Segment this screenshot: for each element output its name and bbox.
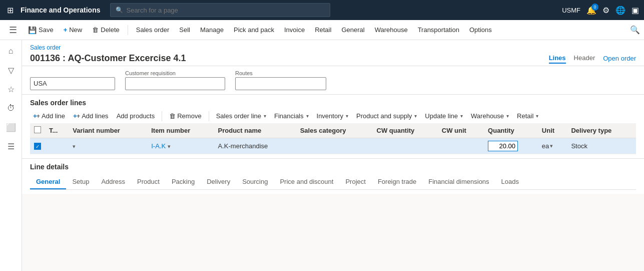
page-title: 001136 : AQ-Customer Excercise 4.1: [30, 53, 186, 64]
search-icon: 🔍: [116, 7, 123, 14]
new-button[interactable]: + New: [60, 24, 87, 36]
sidebar-list-icon[interactable]: ☰: [2, 137, 20, 155]
col-product-name: Product name: [214, 123, 296, 138]
quantity-input[interactable]: [488, 141, 518, 151]
page-header: Sales order 001136 : AQ-Customer Excerci…: [22, 40, 644, 66]
plus-icon: +: [64, 26, 68, 34]
breadcrumb[interactable]: Sales order: [30, 44, 636, 51]
search-cmd-icon[interactable]: 🔍: [630, 25, 640, 35]
tab-header[interactable]: Header: [574, 53, 595, 64]
detail-tab-sourcing[interactable]: Sourcing: [236, 175, 274, 189]
row-item-number[interactable]: I-A.K ▾: [147, 138, 214, 154]
pick-and-pack-button[interactable]: Pick and pack: [230, 24, 278, 36]
detail-tab-product[interactable]: Product: [131, 175, 166, 189]
sidebar-workspace-icon[interactable]: ⬜: [2, 118, 20, 136]
row-checkbox[interactable]: ✓: [34, 143, 41, 150]
sales-order-line-button[interactable]: Sales order line: [213, 111, 269, 121]
detail-tab-setup[interactable]: Setup: [66, 175, 95, 189]
item-number-link[interactable]: I-A.K: [151, 142, 166, 150]
sol-title: Sales order lines: [30, 99, 636, 107]
warehouse-grid-button[interactable]: Warehouse: [468, 111, 512, 121]
detail-tab-project[interactable]: Project: [339, 175, 371, 189]
save-button[interactable]: 💾 Save: [24, 24, 58, 36]
item-number-dropdown-icon[interactable]: ▾: [168, 143, 171, 149]
table-row[interactable]: ✓ ▾ I-A.K ▾ A.K-merchandise: [30, 138, 636, 154]
col-t: T...: [45, 123, 69, 138]
grid-toolbar: + + Add line + + Add lines Add products …: [30, 111, 636, 121]
detail-tab-delivery[interactable]: Delivery: [201, 175, 236, 189]
financials-button[interactable]: Financials: [271, 111, 312, 121]
add-products-button[interactable]: Add products: [114, 111, 158, 121]
retail-grid-button[interactable]: Retail: [514, 111, 541, 121]
sales-order-table: T... Variant number Item number Product …: [30, 123, 636, 154]
main-content: Sales order 001136 : AQ-Customer Excerci…: [22, 40, 644, 271]
routes-label: Routes: [235, 70, 326, 76]
app-grid-icon[interactable]: ⊞: [5, 4, 16, 17]
sidebar: ⌂ ▽ ☆ ⏱ ⬜ ☰: [0, 40, 22, 271]
detail-tab-general[interactable]: General: [30, 175, 66, 189]
table-body: ✓ ▾ I-A.K ▾ A.K-merchandise: [30, 138, 636, 154]
tab-lines[interactable]: Lines: [549, 53, 566, 64]
open-order-button[interactable]: Open order: [603, 55, 636, 62]
top-nav: ⊞ Finance and Operations 🔍 USMF 🔔 0 ⚙ 🌐 …: [0, 0, 644, 20]
search-input[interactable]: [126, 7, 325, 14]
separator1: [128, 25, 128, 35]
warehouse-button[interactable]: Warehouse: [371, 24, 412, 36]
unit-dropdown-icon[interactable]: ▾: [550, 143, 553, 149]
select-all-checkbox[interactable]: [34, 126, 41, 133]
sidebar-star-icon[interactable]: ☆: [2, 80, 20, 98]
remove-button[interactable]: 🗑 Remove: [166, 111, 204, 121]
detail-tab-foreign-trade[interactable]: Foreign trade: [372, 175, 422, 189]
col-cw-unit: CW unit: [438, 123, 484, 138]
settings-icon[interactable]: ⚙: [602, 6, 609, 15]
detail-tabs: General Setup Address Product Packing De…: [30, 175, 636, 190]
detail-tab-packing[interactable]: Packing: [166, 175, 201, 189]
detail-tab-loads[interactable]: Loads: [495, 175, 525, 189]
detail-tab-financial-dimensions[interactable]: Financial dimensions: [422, 175, 495, 189]
routes-field: Routes: [235, 70, 326, 90]
globe-icon[interactable]: 🌐: [615, 6, 625, 15]
detail-tab-price-discount[interactable]: Price and discount: [274, 175, 339, 189]
row-variant-number: ▾: [69, 138, 147, 154]
save-icon: 💾: [28, 26, 37, 34]
sidebar-home-icon[interactable]: ⌂: [2, 42, 20, 60]
add-line-button[interactable]: + + Add line: [30, 111, 68, 121]
transportation-button[interactable]: Transportation: [414, 24, 463, 36]
page-actions: Lines Header Open order: [549, 53, 636, 64]
delete-button[interactable]: 🗑 Delete: [88, 24, 124, 36]
invoice-button[interactable]: Invoice: [280, 24, 309, 36]
sales-order-button[interactable]: Sales order: [132, 24, 173, 36]
row-quantity[interactable]: [484, 138, 538, 154]
manage-button[interactable]: Manage: [196, 24, 228, 36]
country-input[interactable]: USA: [30, 77, 115, 90]
customer-requisition-field: Customer requisition: [125, 70, 225, 90]
delivery-type-value: Stock: [571, 142, 587, 150]
update-line-button[interactable]: Update line: [422, 111, 466, 121]
options-button[interactable]: Options: [465, 24, 496, 36]
customer-requisition-input[interactable]: [125, 77, 225, 90]
col-sales-category: Sales category: [296, 123, 373, 138]
inventory-button[interactable]: Inventory: [314, 111, 351, 121]
unit-value: ea: [542, 142, 549, 150]
sell-button[interactable]: Sell: [175, 24, 194, 36]
product-and-supply-button[interactable]: Product and supply: [353, 111, 420, 121]
bell-icon[interactable]: 🔔 0: [586, 6, 596, 15]
add-lines-button[interactable]: + + Add lines: [70, 111, 112, 121]
row-product-name: A.K-merchandise: [214, 138, 296, 154]
line-details-section: Line details General Setup Address Produ…: [22, 158, 644, 194]
col-cw-quantity: CW quantity: [373, 123, 438, 138]
main-layout: ⌂ ▽ ☆ ⏱ ⬜ ☰ Sales order 001136 : AQ-Cust…: [0, 40, 644, 271]
notification-badge: 0: [591, 4, 598, 11]
remove-icon: 🗑: [169, 112, 176, 120]
routes-input[interactable]: [235, 77, 326, 90]
window-icon[interactable]: ▣: [631, 6, 639, 15]
hamburger-icon[interactable]: ☰: [4, 21, 22, 39]
row-sales-category: [296, 138, 373, 154]
sidebar-filter-icon[interactable]: ▽: [2, 61, 20, 79]
detail-tab-address[interactable]: Address: [95, 175, 131, 189]
general-button[interactable]: General: [337, 24, 368, 36]
col-variant-number: Variant number: [69, 123, 147, 138]
retail-button[interactable]: Retail: [311, 24, 335, 36]
col-unit: Unit: [538, 123, 567, 138]
sidebar-history-icon[interactable]: ⏱: [2, 99, 20, 117]
